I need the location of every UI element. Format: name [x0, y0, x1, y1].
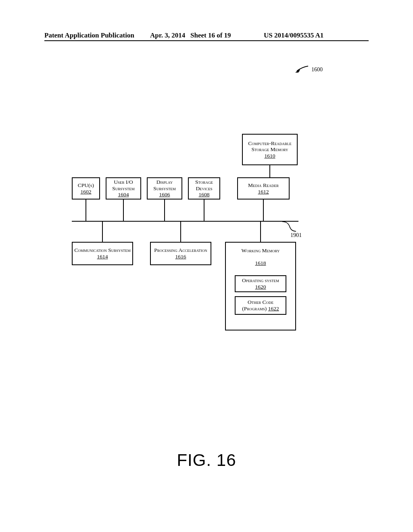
box-ref: 1620 [255, 284, 266, 290]
connector-line [123, 200, 124, 221]
connector-line [269, 165, 270, 177]
box-ref: 1614 [97, 254, 108, 260]
connector-line [204, 200, 204, 221]
connector-line [180, 221, 181, 242]
box-ref: 1602 [81, 189, 92, 195]
box-ref: 1610 [265, 153, 275, 159]
box-cpu: CPU(s) 1602 [72, 177, 100, 200]
box-operating-system: Operating system 1620 [235, 275, 286, 292]
box-computer-readable-storage-memory: Computer-Readable Storage Memory 1610 [242, 134, 298, 165]
box-label: CPU(s) [78, 182, 94, 189]
box-label: Working Memory 1618 [241, 247, 280, 266]
box-label-text: Working Memory [241, 247, 280, 254]
box-label: Media Reader [248, 182, 279, 189]
box-label: Storage Devices [190, 179, 218, 191]
box-user-io-subsystem: User I/O Subsystem 1604 [106, 177, 141, 200]
box-media-reader: Media Reader 1612 [237, 177, 290, 200]
box-communication-subsystem: Communication Subsystem 1614 [72, 242, 133, 265]
box-label: Display Subsystem [149, 179, 180, 191]
box-label: Other Code (Programs) 1622 [237, 299, 284, 312]
box-other-code-programs: Other Code (Programs) 1622 [235, 296, 286, 315]
box-label-text: Communication Subsystem [74, 247, 130, 253]
box-label: Processing Acceleration 1616 [152, 247, 209, 260]
figure-caption: FIG. 16 [0, 451, 413, 470]
box-processing-acceleration: Processing Acceleration 1616 [150, 242, 211, 265]
box-label: Communication Subsystem 1614 [74, 247, 131, 260]
box-ref: 1618 [255, 260, 266, 266]
box-ref: 1612 [258, 189, 269, 195]
connector-line [164, 200, 165, 221]
box-label: User I/O Subsystem [108, 179, 139, 191]
connector-line [102, 221, 103, 242]
box-ref: 1608 [199, 191, 210, 198]
connector-line [263, 200, 264, 221]
box-ref: 1616 [175, 254, 186, 260]
box-label: Operating system 1620 [237, 277, 284, 290]
box-display-subsystem: Display Subsystem 1606 [147, 177, 182, 200]
patent-page: Patent Application Publication Apr. 3, 2… [0, 0, 413, 532]
bus-ref-number: 1901 [290, 232, 302, 239]
connector-line [86, 200, 86, 221]
box-label: Computer-Readable Storage Memory [244, 140, 295, 153]
box-working-memory: Working Memory 1618 Operating system 162… [225, 242, 296, 330]
box-ref: 1604 [118, 191, 129, 198]
connector-line [260, 221, 261, 242]
box-label-text: Operating system [242, 277, 279, 283]
box-storage-devices: Storage Devices 1608 [188, 177, 220, 200]
box-label-text: Processing Acceleration [154, 247, 207, 253]
system-bus-line [72, 221, 298, 222]
box-ref: 1606 [159, 191, 170, 198]
box-ref: 1622 [268, 305, 279, 312]
